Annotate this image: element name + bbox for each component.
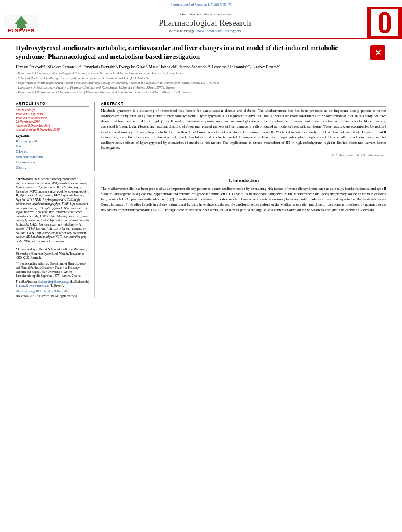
keyword-3[interactable]: Olive oil [16,149,89,155]
author-evangelos: Evangelos Gikase [119,65,147,69]
header-center: Contents lists available at ScienceDirec… [43,7,367,38]
author-ioanna: Ioanna Andreadoud [179,65,210,69]
abstract-column: ABSTRACT Metabolic syndrome is a cluster… [101,102,386,171]
abbrev-text: ALP, plasma alkaline phosphatase; ALT, p… [16,177,90,243]
author-lindsay: Lindsay Brownb,* [252,65,280,69]
author-hemant: Hemant Poudyala,b [16,65,45,69]
keyword-1[interactable]: Hydroxytyrosol [16,139,89,144]
doi-line: http://dx.doi.org/10.1016/j.phrs.2016.12… [16,289,90,294]
keyword-6[interactable]: Obesity [16,165,89,171]
keywords-title: Keywords: [16,134,89,138]
author-maria: Maria Halabalakic [149,65,178,69]
bottom-section: Abbreviations: ALP, plasma alkaline phos… [0,174,402,302]
corresponding2: ** Corresponding author at: Department o… [16,262,90,278]
homepage-url[interactable]: www.elsevier.com/locate/yphrs [196,29,241,33]
affil-d: dLaboratory of Pharmacology, Faculty of … [16,85,386,90]
author-panagiotis: Panagiotis Efentakisd [83,65,117,69]
crossmark-icon: ✕ [370,45,385,60]
doi-link[interactable]: http://dx.doi.org/10.1016/j.phrs.2016.12… [16,289,68,293]
article-history: Article history: Received 5 July 2016 Re… [16,108,89,132]
affiliations: aDepartment of Diabetes, Endocrinology a… [16,71,386,95]
available-date: Available online 8 December 2016 [16,128,89,132]
journal-title: Pharmacological Research [159,18,251,28]
affil-b: bSchool of Health and Wellbeing, Univers… [16,76,386,81]
email1[interactable]: skaltsounis@pharm.uoa.gr [38,280,69,284]
affil-a: aDepartment of Diabetes, Endocrinology a… [16,71,386,76]
article-info-column: ARTICLE INFO Article history: Received 5… [16,102,95,171]
email2[interactable]: Lindsay.Brown@usq.edu.au [16,284,49,287]
email-line: E-mail addresses: skaltsounis@pharm.uoa.… [16,280,90,288]
ref-145[interactable]: 1,4,5 [153,208,160,212]
keyword-2[interactable]: Olives [16,144,89,149]
email1-note: (L. Skaltsounis), [70,280,90,284]
svg-text:ELSEVIER: ELSEVIER [8,28,35,33]
sciencedirect-link[interactable]: ScienceDirect [214,12,233,16]
corresponding1: * Corresponding author at: School of Hea… [16,248,90,260]
affil-c: cDepartment of Pharmacognosy and Natural… [16,81,386,85]
email-label: E-mail addresses: [16,280,37,284]
introduction-column: 1. Introduction The Mediterranean diet h… [101,177,386,298]
accepted-date: Accepted 2 December 2016 [16,124,89,128]
pill-icon [379,12,391,33]
copyright-line: © 2016 Elsevier Ltd. All rights reserved… [101,153,386,157]
footnotes-column: Abbreviations: ALP, plasma alkaline phos… [16,177,95,298]
keywords-section: Keywords: Hydroxytyrosol Olives Olive oi… [16,134,89,171]
abbrev-title: Abbreviations: [16,177,34,181]
crossmark[interactable]: ✕ [370,45,386,61]
abbreviations: Abbreviations: ALP, plasma alkaline phos… [16,177,90,243]
abstract-title: ABSTRACT [101,102,386,107]
article-header: Hydroxytyrosol ameliorates metabolic, ca… [0,39,402,98]
received-revised-date: 28 November 2016 [16,120,89,124]
author-leandros: Leandros Skaltsounisc,** [212,65,250,69]
history-title: Article history: [16,108,89,112]
article-info-title: ARTICLE INFO [16,102,89,107]
volume-info: Pharmacological Research 117 (2017) 32–4… [0,2,402,7]
contents-line: Contents lists available at ScienceDirec… [177,12,234,16]
keyword-4[interactable]: Metabolic syndrome [16,154,89,160]
article-title: Hydroxytyrosol ameliorates metabolic, ca… [16,44,367,61]
journal-logo-inner [371,9,398,36]
divider [16,246,90,246]
received-revised-label: Received in revised form [16,116,89,120]
author-nikolaos: Nikolaos Lemonakisc [47,65,81,69]
elsevier-svg: ELSEVIER [3,12,40,33]
authors-line: Hemant Poudyala,b, Nikolaos Lemonakisc, … [16,63,386,69]
intro-text: The Mediterranean diet has been proposed… [101,186,386,213]
ref-2[interactable]: 2 [171,197,173,201]
ref-3[interactable]: 3 [126,202,128,206]
received-date: Received 5 July 2016 [16,112,89,116]
keyword-5[interactable]: Cardiovascular [16,160,89,165]
homepage-line: journal homepage: www.elsevier.com/locat… [169,29,241,33]
email2-note: (L. Brown). [50,284,64,287]
page-header: Pharmacological Research 117 (2017) 32–4… [0,0,402,39]
elsevier-logo: ELSEVIER [0,7,43,38]
journal-logo-box [367,7,402,38]
affil-e: eDepartment of Pharmaceutical Chemistry,… [16,90,386,95]
abstract-text: Metabolic syndrome is a clustering of in… [101,108,386,151]
intro-section-title: 1. Introduction [101,177,386,184]
ref-1[interactable]: 1 [227,192,229,196]
issn-line: 1043-6618/© 2016 Elsevier Ltd. All right… [16,294,90,298]
article-body: ARTICLE INFO Article history: Received 5… [0,98,402,174]
